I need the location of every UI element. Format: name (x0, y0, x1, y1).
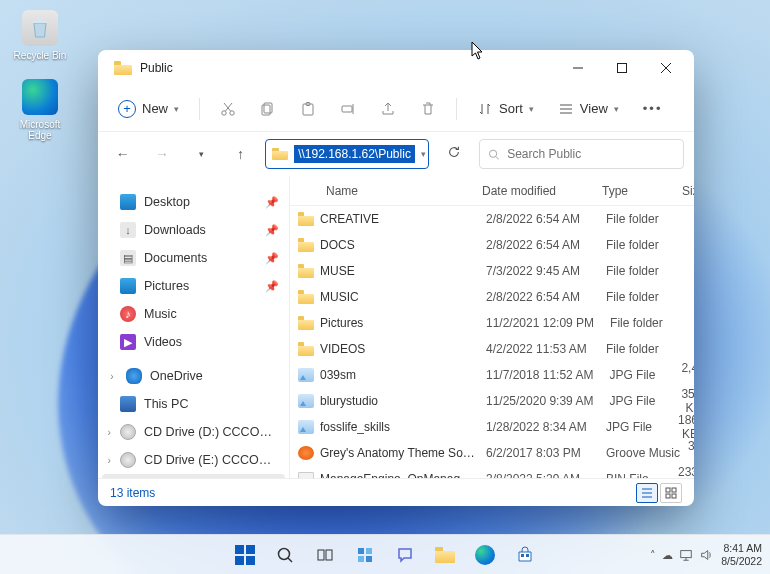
chevron-down-icon: ▾ (174, 104, 179, 114)
image-icon (298, 394, 314, 408)
details-view-button[interactable] (636, 483, 658, 503)
expand-icon[interactable]: › (106, 427, 112, 438)
desktop-icon (120, 194, 136, 210)
start-button[interactable] (227, 538, 263, 572)
system-tray[interactable]: ˄ ☁ (650, 548, 713, 562)
nav-item-label: CD Drive (D:) CCCOMA_X64FRE_EN-US_DV9 (144, 425, 279, 439)
tray-overflow-icon[interactable]: ˄ (650, 549, 656, 561)
onedrive-tray-icon[interactable]: ☁ (662, 549, 673, 561)
rename-button[interactable] (330, 93, 366, 125)
file-size: 350 KB (681, 387, 694, 415)
file-name: blurystudio (320, 394, 478, 408)
forward-button[interactable]: → (147, 146, 176, 162)
navigation-pane[interactable]: Desktop📌 ↓Downloads📌 ▤Documents📌 Picture… (98, 176, 290, 478)
cut-button[interactable] (210, 93, 246, 125)
icons-view-button[interactable] (660, 483, 682, 503)
taskbar-edge[interactable] (467, 538, 503, 572)
file-row[interactable]: DOCS2/8/2022 6:54 AMFile folder (290, 232, 694, 258)
paste-button[interactable] (290, 93, 326, 125)
desktop-icon-edge[interactable]: Microsoft Edge (10, 79, 70, 141)
file-row[interactable]: CREATIVE2/8/2022 6:54 AMFile folder (290, 206, 694, 232)
taskbar-store[interactable] (507, 538, 543, 572)
column-size[interactable]: Size (674, 184, 694, 198)
file-row[interactable]: 039sm11/7/2018 11:52 AMJPG File2,455 KB (290, 362, 694, 388)
file-row[interactable]: ManageEngine_OpManager_64bit.bin3/8/2022… (290, 466, 694, 478)
address-history-button[interactable]: ▾ (421, 149, 426, 159)
nav-item-pictures[interactable]: Pictures📌 (102, 272, 285, 300)
address-bar[interactable]: \\192.168.1.62\Public ▾ (265, 139, 429, 169)
column-name[interactable]: Name (294, 184, 474, 198)
up-button[interactable]: ↑ (226, 146, 255, 162)
nav-item-videos[interactable]: ▶Videos (102, 328, 285, 356)
nav-item-downloads[interactable]: ↓Downloads📌 (102, 216, 285, 244)
task-view-button[interactable] (307, 538, 343, 572)
view-button[interactable]: View ▾ (548, 93, 629, 125)
nav-item-label: Documents (144, 251, 207, 265)
copy-button[interactable] (250, 93, 286, 125)
expand-icon[interactable]: › (106, 371, 118, 382)
address-path[interactable]: \\192.168.1.62\Public (294, 145, 415, 163)
maximize-button[interactable] (600, 52, 644, 84)
share-button[interactable] (370, 93, 406, 125)
taskbar-clock[interactable]: 8:41 AM 8/5/2022 (721, 542, 762, 567)
file-row[interactable]: Grey's Anatomy Theme Song-BuY5H_lAy...6/… (290, 440, 694, 466)
desktop-icon-recycle-bin[interactable]: Recycle Bin (10, 10, 70, 61)
taskbar-file-explorer[interactable] (427, 538, 463, 572)
file-size: 186 KB (678, 413, 694, 441)
file-date: 11/2/2021 12:09 PM (478, 316, 602, 330)
widgets-button[interactable] (347, 538, 383, 572)
titlebar[interactable]: Public (98, 50, 694, 86)
chat-button[interactable] (387, 538, 423, 572)
sort-button[interactable]: Sort ▾ (467, 93, 544, 125)
nav-item-cd-d[interactable]: ›CD Drive (D:) CCCOMA_X64FRE_EN-US_DV9 (102, 418, 285, 446)
folder-icon (272, 148, 288, 160)
file-name: CREATIVE (320, 212, 478, 226)
file-row[interactable]: MUSIC2/8/2022 6:54 AMFile folder (290, 284, 694, 310)
downloads-icon: ↓ (120, 222, 136, 238)
minimize-button[interactable] (556, 52, 600, 84)
nav-item-cd-e[interactable]: ›CD Drive (E:) CCCOMA_X64FRE_EN-US_DV9 (102, 446, 285, 474)
nav-item-onedrive[interactable]: ›OneDrive (102, 362, 285, 390)
nav-roots: ›OneDrive This PC ›CD Drive (D:) CCCOMA_… (102, 362, 285, 478)
search-box[interactable] (479, 139, 684, 169)
file-row[interactable]: VIDEOS4/2/2022 11:53 AMFile folder (290, 336, 694, 362)
file-date: 2/8/2022 6:54 AM (478, 212, 598, 226)
network-tray-icon[interactable] (679, 548, 693, 562)
file-name: 039sm (320, 368, 478, 382)
new-button[interactable]: + New ▾ (108, 93, 189, 125)
nav-item-desktop[interactable]: Desktop📌 (102, 188, 285, 216)
recent-locations-button[interactable]: ▾ (187, 149, 216, 159)
delete-button[interactable] (410, 93, 446, 125)
column-type[interactable]: Type (594, 184, 674, 198)
search-input[interactable] (507, 147, 675, 161)
nav-item-documents[interactable]: ▤Documents📌 (102, 244, 285, 272)
edge-icon (22, 79, 58, 115)
file-date: 2/8/2022 6:54 AM (478, 290, 598, 304)
nav-item-label: This PC (144, 397, 188, 411)
refresh-button[interactable] (439, 145, 468, 163)
back-button[interactable]: ← (108, 146, 137, 162)
taskbar-search[interactable] (267, 538, 303, 572)
window-title: Public (140, 61, 173, 75)
taskbar[interactable]: ˄ ☁ 8:41 AM 8/5/2022 (0, 534, 770, 574)
file-date: 2/8/2022 6:54 AM (478, 238, 598, 252)
column-headers[interactable]: Name Date modified Type Size (290, 176, 694, 206)
svg-rect-11 (342, 106, 352, 112)
file-row[interactable]: Pictures11/2/2021 12:09 PMFile folder (290, 310, 694, 336)
view-button-label: View (580, 101, 608, 116)
file-row[interactable]: blurystudio11/25/2020 9:39 AMJPG File350… (290, 388, 694, 414)
svg-rect-30 (526, 554, 529, 557)
clock-date: 8/5/2022 (721, 555, 762, 568)
nav-item-thispc[interactable]: This PC (102, 390, 285, 418)
sort-button-label: Sort (499, 101, 523, 116)
file-row[interactable]: fosslife_skills1/28/2022 8:34 AMJPG File… (290, 414, 694, 440)
nav-item-music[interactable]: ♪Music (102, 300, 285, 328)
file-date: 4/2/2022 11:53 AM (478, 342, 598, 356)
file-name: DOCS (320, 238, 478, 252)
column-date[interactable]: Date modified (474, 184, 594, 198)
more-button[interactable]: ••• (633, 93, 673, 125)
volume-tray-icon[interactable] (699, 548, 713, 562)
expand-icon[interactable]: › (106, 455, 112, 466)
close-button[interactable] (644, 52, 688, 84)
file-row[interactable]: MUSE7/3/2022 9:45 AMFile folder (290, 258, 694, 284)
